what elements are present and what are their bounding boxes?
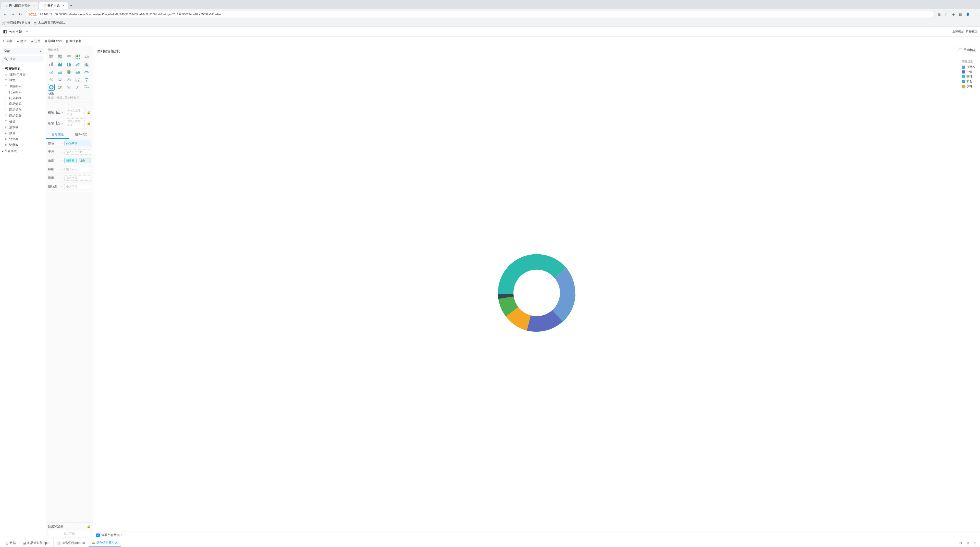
chart-bar-stack[interactable] — [65, 61, 72, 68]
chart-colormap[interactable] — [74, 53, 81, 60]
translate-button[interactable]: ⊞ — [936, 11, 942, 17]
sidebar-button[interactable]: ▤ — [958, 11, 964, 17]
prop-radius-dropzone[interactable]: 拖入一个字段 — [64, 149, 91, 154]
chart-map-bubble[interactable] — [65, 76, 72, 83]
refresh-button[interactable]: ↻ — [18, 11, 24, 17]
chart-radar[interactable] — [57, 76, 63, 83]
chart-scatter2[interactable] — [74, 84, 81, 91]
zoom-in-button[interactable]: ⊞ — [965, 540, 971, 546]
chart-area2[interactable] — [57, 68, 63, 75]
prop-angle-info[interactable]: ○ — [61, 159, 63, 162]
field-city[interactable]: T 城市 — [0, 78, 46, 83]
chart-pie-multi[interactable] — [57, 84, 63, 91]
bottom-tab-category-ratio[interactable]: 🥧 类别销售额占比 — [89, 539, 121, 547]
filter-select[interactable]: 全部 ▾ — [2, 48, 44, 54]
tab-close-1[interactable]: ✕ — [33, 4, 35, 7]
filter-lock-button[interactable]: 🔒 — [86, 524, 91, 529]
profile-button[interactable]: 👤 — [965, 11, 971, 17]
address-bar[interactable]: 不安全 192.168.171.80:8080/finebi/decision/… — [25, 11, 935, 18]
y-axis-lock-button[interactable]: 🔒 — [86, 121, 91, 126]
tab-finebi[interactable]: 📊 FineBI商业智能 ✕ — [1, 2, 38, 9]
chart-line-multi[interactable] — [74, 61, 81, 68]
check-all-checkbox[interactable]: ✓ — [96, 533, 100, 537]
tab-analysis[interactable]: 📈 分析主题 ✕ — [39, 2, 68, 9]
refresh-action[interactable]: ↻ 刷新 — [3, 39, 13, 43]
chart-donut[interactable] — [48, 84, 55, 91]
field-record-count[interactable]: # 记录数 — [0, 142, 46, 148]
chart-pivot[interactable] — [57, 53, 63, 60]
prop-tooltip-dropzone[interactable]: 拖入字段 — [64, 175, 91, 181]
data-explain-action[interactable]: ▦ 数据解释 — [65, 39, 82, 43]
prop-granularity-info[interactable]: ○ — [61, 185, 63, 188]
menu-button[interactable]: ⋮ — [972, 11, 978, 17]
tab-close-2[interactable]: ✕ — [62, 4, 65, 7]
prop-label-dropzone[interactable]: 拖入字段 — [64, 167, 91, 172]
cross-table-group[interactable]: ▶ 跨表字段 — [0, 148, 46, 154]
tab-component-style[interactable]: 组件样式 — [69, 131, 93, 139]
field-group-header-sales[interactable]: ▼ 销售明细表 — [0, 65, 46, 72]
zoom-out-button[interactable]: ⊟ — [972, 540, 978, 546]
chart-list[interactable] — [65, 53, 72, 60]
chart-heatmap[interactable] — [83, 84, 90, 91]
chart-bar-line[interactable] — [83, 61, 90, 68]
extensions-button[interactable]: ⊕ — [950, 11, 956, 17]
manual-preview-checkbox[interactable] — [959, 48, 962, 52]
x-axis-dropzone[interactable]: 请拖入左侧字段 — [65, 108, 85, 118]
prop-angle-sum[interactable]: 求和 — [79, 158, 91, 163]
chart-gauge[interactable] — [83, 68, 90, 75]
export-excel-action[interactable]: ⊞ 导出Excel — [45, 39, 62, 43]
undo-action[interactable]: ↩ 撤销 — [17, 39, 27, 43]
forward-button[interactable]: → — [10, 11, 16, 17]
chart-scatter-bubble[interactable] — [48, 61, 55, 68]
prop-granularity-dropzone[interactable]: 拖入字段 — [64, 184, 91, 189]
filter-dropzone[interactable]: 拖入字段 — [48, 530, 91, 537]
chart-bar-group[interactable] — [57, 61, 63, 68]
chart-funnel[interactable] — [83, 76, 90, 83]
prop-tooltip-info[interactable]: ○ — [61, 177, 63, 180]
field-cost[interactable]: # 成本额 — [0, 124, 46, 130]
chart-pie[interactable] — [65, 68, 72, 75]
donut-chart[interactable] — [488, 245, 585, 341]
chart-scatter[interactable] — [74, 76, 81, 83]
prop-label-info[interactable]: ○ — [61, 168, 63, 171]
field-store-code[interactable]: T 门店编码 — [0, 89, 46, 95]
check-all-info-icon[interactable]: ℹ — [121, 533, 123, 537]
new-tab-button[interactable]: + — [68, 2, 75, 9]
field-product-name[interactable]: T 商品名称 — [0, 113, 46, 119]
field-sales[interactable]: # 销售额 — [0, 136, 46, 142]
field-product-code[interactable]: T 商品编码 — [0, 101, 46, 107]
field-quantity[interactable]: # 数量 — [0, 130, 46, 136]
bookmark-java[interactable]: ☕ Java互联网架构课... — [33, 21, 65, 25]
bottom-tab-data[interactable]: 📋 数据 — [2, 539, 19, 547]
bottom-tab-sales-top10[interactable]: 📊 商品销售额top10 — [20, 539, 54, 547]
field-province[interactable]: T 省份 — [0, 119, 46, 124]
bookmark-ecommerce[interactable]: 🛒 电商618数据大屏 — [2, 21, 30, 25]
field-date[interactable]: ⊙ 日期(年月日) — [0, 72, 46, 78]
back-button[interactable]: ← — [2, 11, 8, 17]
tab-graph-properties[interactable]: 图形属性 — [46, 131, 69, 139]
chart-radar-area[interactable] — [48, 76, 55, 83]
bookmark-button[interactable]: ☆ — [943, 11, 950, 17]
field-order-code[interactable]: T 单据编码 — [0, 83, 46, 89]
prop-color-value[interactable]: 商品类别 — [64, 141, 91, 146]
x-axis-lock-button[interactable]: 🔒 — [86, 110, 91, 115]
field-store-name[interactable]: T 门店名称 — [0, 95, 46, 101]
redo-action[interactable]: ↪ 还原 — [30, 39, 40, 43]
search-bar[interactable]: 🔍 ⊕ — [2, 56, 44, 62]
chart-map-geo[interactable] — [65, 84, 72, 91]
fit-button[interactable]: ⊡ — [958, 540, 964, 546]
chart-area-stack[interactable] — [74, 68, 81, 75]
drag-divider-1[interactable]: ⋯ — [46, 103, 93, 106]
app-header-more-button[interactable]: ⋯ — [24, 29, 28, 34]
drag-divider-2[interactable]: ⋯ — [46, 519, 93, 523]
field-product-category[interactable]: T 商品类别 — [0, 107, 46, 113]
chart-number[interactable]: 123 — [83, 53, 90, 60]
prop-color-info[interactable]: ○ — [61, 142, 63, 145]
y-axis-dropzone[interactable]: 请拖入左侧字段 — [65, 118, 85, 128]
bottom-tab-margin-top10[interactable]: 📊 商品毛利顶top10 — [54, 539, 88, 547]
prop-radius-info[interactable]: ○ — [61, 151, 63, 153]
chart-table[interactable] — [48, 53, 55, 60]
search-input[interactable] — [10, 57, 46, 61]
chart-line-area[interactable] — [48, 68, 55, 75]
prop-angle-value[interactable]: 销售额 — [64, 158, 76, 163]
